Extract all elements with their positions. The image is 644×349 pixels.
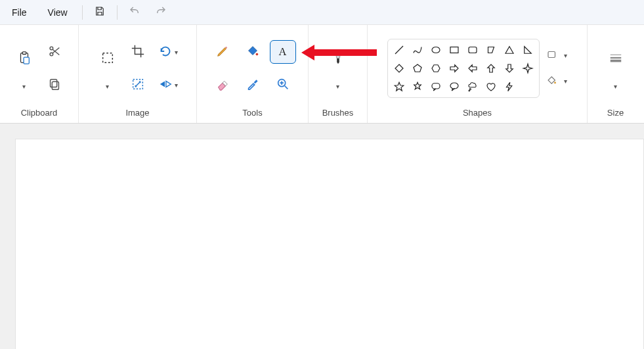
ribbon: ▾ Clipboard: [0, 25, 644, 124]
fill-icon: [546, 74, 558, 88]
menubar: File View: [0, 0, 644, 25]
undo-button[interactable]: [121, 0, 148, 25]
shape-fill-button[interactable]: ▾: [546, 74, 567, 88]
group-clipboard: ▾ Clipboard: [0, 25, 79, 123]
copy-button[interactable]: [41, 73, 68, 97]
menu-file[interactable]: File: [1, 1, 37, 24]
shape-oval[interactable]: [427, 41, 444, 58]
undo-icon: [129, 5, 140, 19]
svg-rect-19: [548, 52, 555, 58]
stroke-width-icon: [609, 51, 623, 67]
svg-point-4: [50, 47, 53, 50]
shape-callout-cloud[interactable]: [464, 78, 481, 95]
svg-point-18: [469, 90, 470, 91]
svg-point-16: [450, 83, 458, 89]
brush-dropdown[interactable]: ▾: [336, 83, 339, 90]
svg-point-20: [554, 81, 556, 83]
separator: [82, 5, 83, 20]
shape-4point-star[interactable]: [519, 60, 536, 77]
rotate-button[interactable]: ▾: [155, 40, 181, 64]
shape-arrow-down[interactable]: [501, 60, 518, 77]
size-dropdown[interactable]: ▾: [614, 83, 617, 90]
shape-callout-rounded[interactable]: [427, 78, 444, 95]
group-brushes-label: Brushes: [322, 104, 354, 118]
shape-polygon[interactable]: [483, 41, 500, 58]
svg-point-17: [469, 89, 471, 90]
canvas-area: [0, 124, 644, 349]
shape-callout-oval[interactable]: [446, 78, 463, 95]
shape-rounded-rect[interactable]: [464, 41, 481, 58]
shape-5point-star[interactable]: [391, 78, 408, 95]
menu-view[interactable]: View: [37, 1, 78, 24]
select-dropdown[interactable]: ▾: [106, 83, 109, 90]
shape-rectangle[interactable]: [446, 41, 463, 58]
svg-rect-1: [22, 52, 26, 55]
magnifier-icon: [276, 77, 290, 93]
shape-lightning[interactable]: [501, 78, 518, 95]
svg-point-12: [432, 47, 440, 53]
bucket-icon: [246, 44, 260, 60]
picker-tool-button[interactable]: [240, 73, 266, 97]
chevron-down-icon: ▾: [564, 78, 567, 85]
pencil-icon: [215, 44, 230, 60]
text-icon: A: [276, 44, 290, 60]
eraser-tool-button[interactable]: [209, 73, 236, 97]
cut-button[interactable]: [41, 40, 68, 64]
brush-button[interactable]: [325, 47, 351, 71]
magnifier-tool-button[interactable]: [270, 73, 296, 97]
select-icon: [100, 51, 115, 67]
save-icon: [94, 5, 106, 19]
shape-right-triangle[interactable]: [519, 41, 536, 58]
redo-icon: [155, 5, 167, 19]
shape-outline-button[interactable]: ▾: [546, 49, 567, 62]
group-brushes: ▾ Brushes: [309, 25, 368, 123]
crop-button[interactable]: [125, 40, 151, 64]
outline-icon: [546, 49, 558, 62]
shape-pentagon[interactable]: [409, 60, 426, 77]
shape-arrow-up[interactable]: [483, 60, 500, 77]
flip-icon: [158, 77, 173, 93]
paste-button[interactable]: [11, 47, 37, 71]
resize-icon: [131, 77, 145, 93]
resize-button[interactable]: [125, 73, 151, 97]
svg-text:A: A: [278, 45, 286, 57]
redo-button[interactable]: [148, 0, 174, 25]
group-image-label: Image: [125, 104, 149, 118]
eyedropper-icon: [246, 77, 260, 93]
size-button[interactable]: [603, 47, 629, 71]
svg-rect-13: [450, 47, 458, 53]
copy-icon: [47, 77, 62, 93]
separator: [117, 5, 118, 20]
text-tool-button[interactable]: A: [270, 40, 296, 64]
shape-heart[interactable]: [483, 78, 500, 95]
shapes-gallery[interactable]: [387, 39, 540, 98]
shape-diamond[interactable]: [391, 60, 408, 77]
chevron-down-icon: ▾: [564, 52, 567, 59]
svg-rect-5: [52, 81, 58, 89]
canvas[interactable]: [16, 139, 643, 349]
shape-hexagon[interactable]: [427, 60, 444, 77]
shape-line[interactable]: [391, 41, 408, 58]
group-clipboard-label: Clipboard: [21, 104, 58, 118]
eraser-icon: [215, 77, 230, 93]
fill-tool-button[interactable]: [240, 40, 266, 64]
save-button[interactable]: [87, 0, 113, 25]
paste-icon: [17, 51, 32, 67]
paste-dropdown[interactable]: ▾: [22, 83, 26, 90]
group-image: ▾ ▾: [79, 25, 197, 123]
shape-curve[interactable]: [409, 41, 426, 58]
chevron-down-icon: ▾: [175, 81, 178, 89]
pencil-tool-button[interactable]: [209, 40, 236, 64]
flip-button[interactable]: ▾: [155, 73, 181, 97]
brush-icon: [331, 51, 345, 67]
group-size-label: Size: [607, 104, 624, 118]
shape-6point-star[interactable]: [409, 78, 426, 95]
crop-icon: [131, 44, 145, 60]
shape-empty: [519, 78, 536, 95]
shape-triangle[interactable]: [501, 41, 518, 58]
group-tools: A Tools: [197, 25, 309, 123]
shape-arrow-right[interactable]: [446, 60, 463, 77]
svg-rect-2: [24, 57, 29, 64]
shape-arrow-left[interactable]: [464, 60, 481, 77]
select-button[interactable]: [95, 47, 121, 71]
